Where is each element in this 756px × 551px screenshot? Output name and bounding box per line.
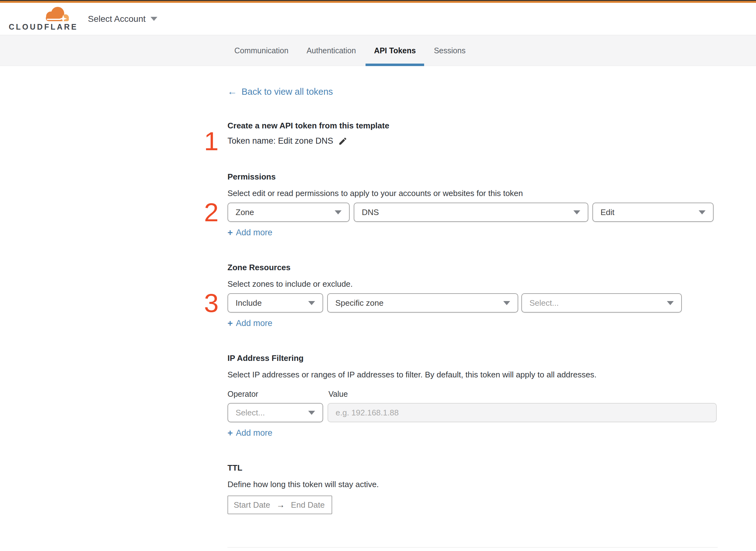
ip-filtering-row: Select... xyxy=(227,403,718,422)
permissions-section: Permissions Select edit or read permissi… xyxy=(227,172,718,238)
cloudflare-wordmark: CLOUDFLARE xyxy=(9,22,78,31)
chevron-down-icon xyxy=(503,301,510,305)
permissions-add-more-link[interactable]: + Add more xyxy=(227,227,272,238)
cloudflare-logo[interactable]: CLOUDFLARE xyxy=(9,5,69,33)
chevron-down-icon xyxy=(699,210,706,214)
ip-filtering-add-more-link[interactable]: + Add more xyxy=(227,428,272,438)
add-more-label: Add more xyxy=(236,428,272,438)
zone-picker-select[interactable]: Select... xyxy=(521,293,682,313)
ttl-description: Define how long this token will stay act… xyxy=(227,480,718,489)
plus-icon: + xyxy=(227,428,233,438)
step-number-3: 3 xyxy=(203,290,219,316)
back-to-tokens-link[interactable]: ← Back to view all tokens xyxy=(227,86,333,97)
account-selector[interactable]: Select Account xyxy=(88,14,157,24)
ip-value-input[interactable] xyxy=(327,403,717,422)
token-section-title: Create a new API token from this templat… xyxy=(227,121,718,131)
ip-operator-select[interactable]: Select... xyxy=(227,403,323,422)
plus-icon: + xyxy=(227,227,233,238)
permission-scope-select[interactable]: Zone xyxy=(227,202,349,222)
back-link-label: Back to view all tokens xyxy=(241,87,333,97)
zone-resources-title: Zone Resources xyxy=(227,263,718,272)
permission-resource-value: DNS xyxy=(362,207,570,217)
permission-scope-value: Zone xyxy=(235,207,331,217)
token-name-row: 1 Token name: Edit zone DNS xyxy=(227,136,718,146)
permissions-title: Permissions xyxy=(227,172,718,182)
zone-resources-description: Select zones to include or exclude. xyxy=(227,279,718,289)
footer-divider xyxy=(227,547,718,548)
account-selector-label: Select Account xyxy=(88,14,145,24)
end-date-placeholder: End Date xyxy=(291,500,325,510)
permissions-row: 2 Zone DNS Edit xyxy=(227,202,718,222)
profile-tabbar: Communication Authentication API Tokens … xyxy=(0,35,756,66)
ip-filtering-title: IP Address Filtering xyxy=(227,354,718,363)
value-label: Value xyxy=(328,390,348,399)
step-number-1: 1 xyxy=(203,128,219,154)
zone-resources-row: 3 Include Specific zone Select... xyxy=(227,293,718,313)
permission-access-select[interactable]: Edit xyxy=(592,202,714,222)
app-header: CLOUDFLARE Select Account xyxy=(0,3,756,35)
step-number-2: 2 xyxy=(203,199,219,225)
chevron-down-icon xyxy=(573,210,580,214)
token-name-section: Create a new API token from this templat… xyxy=(227,121,718,146)
tab-api-tokens[interactable]: API Tokens xyxy=(365,35,424,66)
edit-pencil-icon[interactable] xyxy=(338,136,347,146)
ttl-title: TTL xyxy=(227,463,718,473)
chevron-down-icon xyxy=(308,411,315,415)
zone-type-value: Specific zone xyxy=(335,298,500,308)
permissions-description: Select edit or read permissions to apply… xyxy=(227,188,718,198)
ip-filtering-labels: Operator Value xyxy=(227,390,718,399)
ip-filtering-description: Select IP addresses or ranges of IP addr… xyxy=(227,370,718,380)
zone-picker-placeholder: Select... xyxy=(530,298,663,308)
permission-access-value: Edit xyxy=(601,207,695,217)
permission-resource-select[interactable]: DNS xyxy=(354,202,588,222)
ip-filtering-section: IP Address Filtering Select IP addresses… xyxy=(227,354,718,438)
chevron-down-icon xyxy=(150,17,157,21)
content-column: ← Back to view all tokens Create a new A… xyxy=(227,66,718,551)
ip-operator-placeholder: Select... xyxy=(235,408,304,418)
zone-type-select[interactable]: Specific zone xyxy=(327,293,518,313)
ttl-section: TTL Define how long this token will stay… xyxy=(227,463,718,514)
ttl-date-range-picker[interactable]: Start Date → End Date xyxy=(227,496,332,514)
chevron-down-icon xyxy=(335,210,341,214)
back-arrow-icon: ← xyxy=(227,86,237,97)
arrow-right-icon: → xyxy=(276,500,285,510)
tab-communication[interactable]: Communication xyxy=(226,35,297,66)
start-date-placeholder: Start Date xyxy=(234,500,270,510)
plus-icon: + xyxy=(227,318,233,329)
chevron-down-icon xyxy=(667,301,674,305)
add-more-label: Add more xyxy=(236,228,272,237)
add-more-label: Add more xyxy=(236,319,272,328)
zone-mode-value: Include xyxy=(235,298,304,308)
chevron-down-icon xyxy=(308,301,315,305)
zone-resources-section: Zone Resources Select zones to include o… xyxy=(227,263,718,329)
tab-authentication[interactable]: Authentication xyxy=(298,35,364,66)
tab-sessions[interactable]: Sessions xyxy=(426,35,474,66)
token-name-value: Token name: Edit zone DNS xyxy=(227,136,333,146)
zone-mode-select[interactable]: Include xyxy=(227,293,323,313)
zone-resources-add-more-link[interactable]: + Add more xyxy=(227,318,272,329)
operator-label: Operator xyxy=(227,390,328,399)
